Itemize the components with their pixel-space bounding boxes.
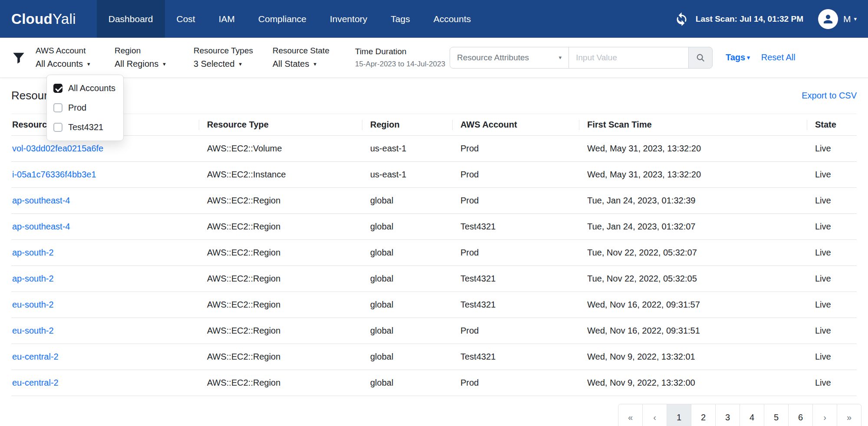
- filter-resource-types-label: Resource Types: [194, 46, 273, 56]
- page-button-6[interactable]: 6: [788, 404, 813, 426]
- nav-link-iam[interactable]: IAM: [207, 0, 247, 38]
- page-first-button[interactable]: «: [618, 404, 643, 426]
- nav-item-tags[interactable]: Tags: [379, 0, 421, 38]
- filter-time-duration-value[interactable]: 15-Apr-2023 to 14-Jul-2023: [355, 60, 450, 69]
- resource-link[interactable]: i-05a1c76336f4bb3e1: [12, 170, 96, 179]
- resource-link[interactable]: eu-central-2: [12, 352, 59, 361]
- cell-resource-id: ap-southeast-4: [11, 188, 199, 214]
- page-last-button[interactable]: »: [837, 404, 861, 426]
- nav-item-dashboard[interactable]: Dashboard: [97, 0, 165, 38]
- nav-item-cost[interactable]: Cost: [165, 0, 207, 38]
- user-initial: M: [843, 14, 851, 24]
- cell-region: global: [362, 266, 453, 292]
- nav-link-cost[interactable]: Cost: [165, 0, 207, 38]
- account-option-prod[interactable]: Prod: [47, 98, 123, 118]
- filter-region-value[interactable]: All Regions ▾: [115, 59, 194, 69]
- tags-filter-link[interactable]: Tags ▾: [726, 52, 750, 62]
- page-button-4[interactable]: 4: [740, 404, 764, 426]
- resource-link[interactable]: eu-south-2: [12, 326, 54, 335]
- search-button[interactable]: [688, 47, 713, 69]
- nav-link-dashboard[interactable]: Dashboard: [97, 0, 165, 38]
- cell-first-scan-time: Wed, May 31, 2023, 13:32:20: [579, 136, 807, 162]
- nav-item-iam[interactable]: IAM: [207, 0, 247, 38]
- nav-item-accounts[interactable]: Accounts: [422, 0, 483, 38]
- chevron-down-icon: ▾: [239, 61, 242, 67]
- chevron-down-icon: ▾: [163, 61, 166, 67]
- page-button-5[interactable]: 5: [764, 404, 789, 426]
- resource-link[interactable]: ap-south-2: [12, 274, 54, 283]
- filter-aws-account-value[interactable]: All Accounts ▾: [36, 59, 115, 69]
- aws-account-dropdown: All Accounts Prod Test4321: [46, 75, 124, 141]
- resource-attributes-select[interactable]: Resource Attributes ▾: [450, 47, 569, 69]
- col-header-region: Region: [362, 114, 453, 136]
- filter-time-duration: Time Duration 15-Apr-2023 to 14-Jul-2023: [355, 47, 450, 69]
- resource-link[interactable]: ap-southeast-4: [12, 196, 70, 205]
- filter-bar: AWS Account All Accounts ▾ Region All Re…: [0, 38, 868, 78]
- cell-resource-type: AWS::EC2::Region: [199, 370, 362, 396]
- main-nav: Dashboard Cost IAM Compliance Inventory …: [97, 0, 483, 38]
- table-row: eu-central-2 AWS::EC2::Region global Pro…: [11, 370, 857, 396]
- checkbox-checked-icon[interactable]: [53, 84, 62, 93]
- table-row: ap-south-2 AWS::EC2::Region global Test4…: [11, 266, 857, 292]
- page-prev-button[interactable]: ‹: [642, 404, 667, 426]
- brand-part2: Yali: [53, 11, 76, 27]
- filter-aws-account-value-text: All Accounts: [36, 59, 83, 69]
- account-option-label: Prod: [68, 103, 86, 113]
- cell-aws-account: Prod: [453, 136, 579, 162]
- cell-state: Live: [807, 162, 857, 188]
- resource-link[interactable]: ap-southeast-4: [12, 222, 70, 231]
- cell-aws-account: Prod: [453, 188, 579, 214]
- avatar[interactable]: [818, 9, 838, 29]
- attribute-search-group: Resource Attributes ▾: [450, 47, 713, 69]
- nav-link-compliance[interactable]: Compliance: [247, 0, 318, 38]
- account-option-test4321[interactable]: Test4321: [47, 118, 123, 137]
- table-row: eu-south-2 AWS::EC2::Region global Test4…: [11, 292, 857, 318]
- page-next-button[interactable]: ›: [812, 404, 837, 426]
- user-menu[interactable]: M ▾: [843, 14, 857, 24]
- cell-aws-account: Prod: [453, 370, 579, 396]
- sync-icon[interactable]: [674, 12, 689, 26]
- nav-item-inventory[interactable]: Inventory: [318, 0, 379, 38]
- export-csv-link[interactable]: Export to CSV: [802, 91, 857, 101]
- checkbox-unchecked-icon[interactable]: [53, 103, 62, 112]
- cell-resource-id: eu-south-2: [11, 292, 199, 318]
- resource-link[interactable]: ap-south-2: [12, 248, 54, 257]
- cell-state: Live: [807, 188, 857, 214]
- nav-link-accounts[interactable]: Accounts: [422, 0, 483, 38]
- cell-resource-type: AWS::EC2::Region: [199, 188, 362, 214]
- account-option-label: Test4321: [68, 122, 103, 132]
- cell-first-scan-time: Wed, Nov 16, 2022, 09:31:57: [579, 292, 807, 318]
- page-button-1[interactable]: 1: [667, 404, 691, 426]
- main-content: Resources Export to CSV Resource Id Reso…: [0, 78, 868, 396]
- pagination: « ‹ 1 2 3 4 5 6 › »: [618, 404, 861, 426]
- chevron-down-icon: ▾: [747, 55, 750, 60]
- content-header: Resources Export to CSV: [11, 78, 857, 114]
- resource-link[interactable]: eu-south-2: [12, 300, 54, 309]
- nav-item-compliance[interactable]: Compliance: [247, 0, 318, 38]
- cell-state: Live: [807, 136, 857, 162]
- resource-link[interactable]: vol-03dd02fea0215a6fe: [12, 144, 103, 153]
- nav-link-inventory[interactable]: Inventory: [318, 0, 379, 38]
- account-option-all-accounts[interactable]: All Accounts: [47, 79, 123, 98]
- filter-resource-types-value[interactable]: 3 Selected ▾: [194, 59, 273, 69]
- table-row: eu-south-2 AWS::EC2::Region global Prod …: [11, 318, 857, 344]
- page-button-3[interactable]: 3: [715, 404, 740, 426]
- filter-resource-state-value[interactable]: All States ▾: [273, 59, 355, 69]
- resource-link[interactable]: eu-central-2: [12, 378, 59, 387]
- checkbox-unchecked-icon[interactable]: [53, 123, 62, 132]
- cell-aws-account: Prod: [453, 240, 579, 266]
- page-button-2[interactable]: 2: [691, 404, 716, 426]
- resources-table: Resource Id Resource Type Region AWS Acc…: [11, 114, 857, 396]
- brand-logo[interactable]: CloudYali: [11, 0, 76, 38]
- attribute-value-input[interactable]: [569, 47, 689, 69]
- top-navbar: CloudYali Dashboard Cost IAM Compliance …: [0, 0, 868, 38]
- cell-resource-id: ap-south-2: [11, 240, 199, 266]
- cell-aws-account: Prod: [453, 162, 579, 188]
- cell-region: global: [362, 240, 453, 266]
- reset-all-link[interactable]: Reset All: [761, 52, 796, 62]
- col-header-first-scan-time: First Scan Time: [579, 114, 807, 136]
- nav-link-tags[interactable]: Tags: [379, 0, 421, 38]
- cell-resource-type: AWS::EC2::Region: [199, 292, 362, 318]
- cell-first-scan-time: Wed, May 31, 2023, 13:32:20: [579, 162, 807, 188]
- filter-time-duration-label: Time Duration: [355, 47, 450, 56]
